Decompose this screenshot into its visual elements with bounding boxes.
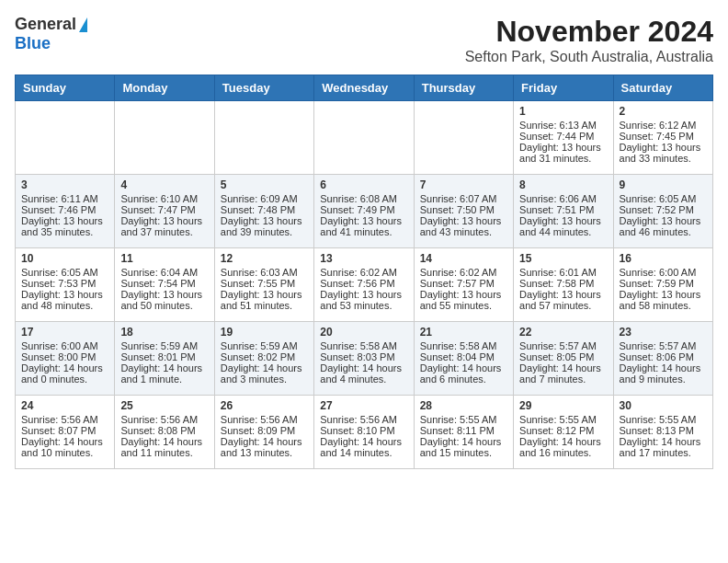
- header-row: SundayMondayTuesdayWednesdayThursdayFrid…: [16, 75, 713, 101]
- day-info: Daylight: 13 hours and 35 minutes.: [21, 215, 108, 237]
- day-info: Sunset: 8:03 PM: [320, 351, 407, 362]
- day-number: 25: [120, 399, 208, 412]
- day-info: Daylight: 13 hours and 31 minutes.: [519, 142, 607, 164]
- day-info: Sunrise: 5:58 AM: [320, 340, 407, 351]
- calendar-table: SundayMondayTuesdayWednesdayThursdayFrid…: [15, 75, 713, 469]
- day-number: 6: [320, 178, 407, 191]
- day-info: Sunset: 7:57 PM: [420, 278, 507, 289]
- day-number: 24: [21, 399, 108, 412]
- day-info: Sunset: 7:52 PM: [620, 204, 707, 215]
- calendar-cell: [16, 101, 115, 175]
- calendar-header: SundayMondayTuesdayWednesdayThursdayFrid…: [16, 75, 713, 101]
- day-info: Sunrise: 5:56 AM: [120, 414, 208, 425]
- day-number: 28: [420, 399, 507, 412]
- day-info: Sunset: 7:48 PM: [221, 204, 308, 215]
- day-info: Sunset: 7:56 PM: [320, 278, 407, 289]
- day-info: Sunrise: 6:08 AM: [320, 193, 407, 204]
- day-number: 21: [420, 326, 507, 339]
- title-block: November 2024 Sefton Park, South Austral…: [465, 15, 713, 65]
- calendar-cell: 3Sunrise: 6:11 AMSunset: 7:46 PMDaylight…: [16, 175, 115, 248]
- day-info: Sunrise: 6:12 AM: [620, 120, 707, 131]
- day-info: Daylight: 14 hours and 13 minutes.: [221, 436, 308, 458]
- week-row-1: 1Sunrise: 6:13 AMSunset: 7:44 PMDaylight…: [16, 101, 713, 175]
- day-info: Sunrise: 6:10 AM: [120, 193, 208, 204]
- day-info: Sunset: 8:04 PM: [420, 351, 507, 362]
- day-info: Sunset: 7:53 PM: [21, 278, 108, 289]
- day-info: Sunrise: 5:57 AM: [519, 340, 607, 351]
- calendar-cell: 13Sunrise: 6:02 AMSunset: 7:56 PMDayligh…: [314, 248, 414, 322]
- calendar-cell: 4Sunrise: 6:10 AMSunset: 7:47 PMDaylight…: [115, 175, 214, 248]
- day-number: 14: [420, 252, 507, 265]
- calendar-cell: 28Sunrise: 5:55 AMSunset: 8:11 PMDayligh…: [414, 396, 513, 469]
- page-header: General Blue November 2024 Sefton Park, …: [15, 15, 713, 65]
- day-info: Daylight: 14 hours and 6 minutes.: [420, 362, 507, 385]
- calendar-title: November 2024: [465, 15, 713, 49]
- day-number: 1: [519, 105, 607, 118]
- day-info: Sunrise: 6:06 AM: [519, 193, 607, 204]
- day-info: Sunrise: 6:11 AM: [21, 193, 108, 204]
- calendar-cell: 20Sunrise: 5:58 AMSunset: 8:03 PMDayligh…: [314, 322, 414, 396]
- day-info: Sunrise: 5:56 AM: [320, 414, 407, 425]
- day-info: Daylight: 13 hours and 43 minutes.: [420, 215, 507, 237]
- day-info: Sunset: 8:11 PM: [420, 425, 507, 436]
- day-number: 2: [620, 105, 707, 118]
- day-info: Daylight: 13 hours and 55 minutes.: [420, 289, 507, 311]
- day-info: Sunset: 8:12 PM: [519, 425, 607, 436]
- week-row-4: 17Sunrise: 6:00 AMSunset: 8:00 PMDayligh…: [16, 322, 713, 396]
- day-info: Daylight: 13 hours and 44 minutes.: [519, 215, 607, 237]
- day-header-friday: Friday: [514, 75, 613, 101]
- calendar-cell: 2Sunrise: 6:12 AMSunset: 7:45 PMDaylight…: [613, 101, 712, 175]
- day-header-tuesday: Tuesday: [214, 75, 313, 101]
- calendar-cell: [314, 101, 414, 175]
- day-info: Sunset: 7:54 PM: [120, 278, 208, 289]
- day-info: Daylight: 13 hours and 51 minutes.: [221, 289, 308, 311]
- day-header-saturday: Saturday: [613, 75, 712, 101]
- day-info: Sunset: 8:09 PM: [221, 425, 308, 436]
- day-info: Sunrise: 5:57 AM: [620, 340, 707, 351]
- day-info: Sunrise: 6:05 AM: [21, 267, 108, 278]
- calendar-cell: 7Sunrise: 6:07 AMSunset: 7:50 PMDaylight…: [414, 175, 513, 248]
- day-info: Daylight: 14 hours and 3 minutes.: [221, 362, 308, 385]
- day-info: Sunset: 7:58 PM: [519, 278, 607, 289]
- calendar-cell: 18Sunrise: 5:59 AMSunset: 8:01 PMDayligh…: [115, 322, 214, 396]
- day-number: 13: [320, 252, 407, 265]
- day-number: 26: [221, 399, 308, 412]
- day-info: Sunset: 7:51 PM: [519, 204, 607, 215]
- day-number: 22: [519, 326, 607, 339]
- day-info: Daylight: 14 hours and 9 minutes.: [620, 362, 707, 385]
- day-info: Sunset: 7:50 PM: [420, 204, 507, 215]
- calendar-body: 1Sunrise: 6:13 AMSunset: 7:44 PMDaylight…: [16, 101, 713, 469]
- calendar-cell: 29Sunrise: 5:55 AMSunset: 8:12 PMDayligh…: [514, 396, 613, 469]
- day-header-thursday: Thursday: [414, 75, 513, 101]
- day-number: 7: [420, 178, 507, 191]
- day-info: Daylight: 13 hours and 50 minutes.: [120, 289, 208, 311]
- day-info: Sunrise: 5:55 AM: [420, 414, 507, 425]
- day-info: Sunset: 7:49 PM: [320, 204, 407, 215]
- day-number: 3: [21, 178, 108, 191]
- day-info: Daylight: 14 hours and 15 minutes.: [420, 436, 507, 458]
- day-number: 29: [519, 399, 607, 412]
- day-info: Sunset: 7:59 PM: [620, 278, 707, 289]
- day-info: Sunrise: 5:56 AM: [21, 414, 108, 425]
- calendar-cell: 8Sunrise: 6:06 AMSunset: 7:51 PMDaylight…: [514, 175, 613, 248]
- day-info: Sunrise: 5:59 AM: [221, 340, 308, 351]
- day-header-wednesday: Wednesday: [314, 75, 414, 101]
- day-number: 18: [120, 326, 208, 339]
- day-info: Daylight: 14 hours and 16 minutes.: [519, 436, 607, 458]
- calendar-subtitle: Sefton Park, South Australia, Australia: [465, 49, 713, 65]
- day-info: Daylight: 13 hours and 58 minutes.: [620, 289, 707, 311]
- day-number: 10: [21, 252, 108, 265]
- calendar-cell: 6Sunrise: 6:08 AMSunset: 7:49 PMDaylight…: [314, 175, 414, 248]
- day-info: Sunrise: 6:00 AM: [21, 340, 108, 351]
- day-info: Sunrise: 5:55 AM: [620, 414, 707, 425]
- day-info: Sunset: 7:45 PM: [620, 131, 707, 142]
- day-info: Daylight: 14 hours and 7 minutes.: [519, 362, 607, 385]
- calendar-cell: 24Sunrise: 5:56 AMSunset: 8:07 PMDayligh…: [16, 396, 115, 469]
- day-number: 4: [120, 178, 208, 191]
- day-number: 27: [320, 399, 407, 412]
- day-info: Sunrise: 6:05 AM: [620, 193, 707, 204]
- calendar-cell: 19Sunrise: 5:59 AMSunset: 8:02 PMDayligh…: [214, 322, 313, 396]
- day-info: Sunrise: 6:01 AM: [519, 267, 607, 278]
- calendar-cell: 12Sunrise: 6:03 AMSunset: 7:55 PMDayligh…: [214, 248, 313, 322]
- day-header-monday: Monday: [115, 75, 214, 101]
